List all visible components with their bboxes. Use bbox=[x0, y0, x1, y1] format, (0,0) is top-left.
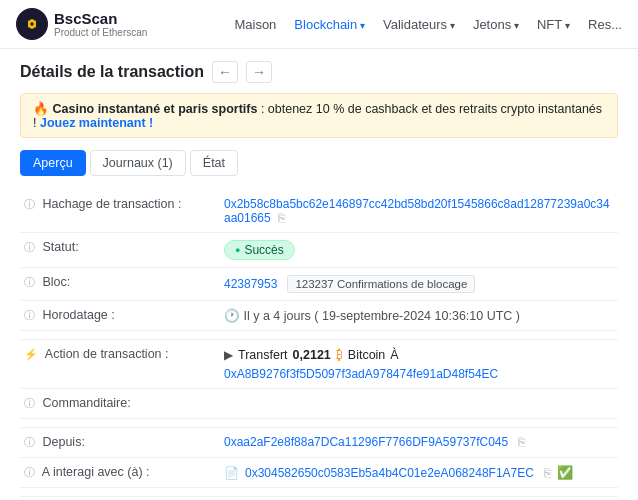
status-label: Statut: bbox=[42, 240, 78, 254]
from-row: 0xaa2aF2e8f88a7DCa11296F7766DF9A59737fC0… bbox=[224, 435, 614, 449]
copy-icon-interacted[interactable]: ⎘ bbox=[544, 466, 551, 480]
page-content: Détails de la transaction ← → 🔥 Casino i… bbox=[0, 49, 638, 500]
tx-hash-label: Hachage de transaction : bbox=[42, 197, 181, 211]
main-nav: Maison Blockchain Validateurs Jetons NFT… bbox=[234, 17, 622, 32]
logo-sub: Product of Etherscan bbox=[54, 27, 147, 38]
file-icon: 📄 bbox=[224, 466, 239, 480]
action-label: Action de transaction : bbox=[45, 347, 169, 361]
help-icon-cmd: ⓘ bbox=[24, 397, 35, 409]
nav-blockchain[interactable]: Blockchain bbox=[294, 17, 365, 32]
row-from: ⓘ Depuis: 0xaa2aF2e8f88a7DCa11296F7766DF… bbox=[20, 428, 618, 458]
help-icon-status: ⓘ bbox=[24, 241, 35, 253]
block-row: 42387953 123237 Confirmations de blocage bbox=[224, 275, 614, 293]
action-coin: Bitcoin bbox=[348, 348, 386, 362]
logo: BscScan Product of Etherscan bbox=[16, 8, 147, 40]
page-title: Détails de la transaction bbox=[20, 63, 204, 81]
row-block: ⓘ Bloc: 42387953 123237 Confirmations de… bbox=[20, 268, 618, 301]
row-action: ⚡ Action de transaction : ▶ Transfert 0,… bbox=[20, 340, 618, 389]
help-icon-interacted: ⓘ bbox=[24, 466, 35, 478]
sponsor-field-label: Commanditaire: bbox=[42, 396, 130, 410]
row-interacted: ⓘ A interagi avec (à) : 📄 0x304582650c05… bbox=[20, 458, 618, 488]
next-arrow[interactable]: → bbox=[246, 61, 272, 83]
help-icon-ts: ⓘ bbox=[24, 309, 35, 321]
action-to: À bbox=[390, 348, 398, 362]
nav-jetons[interactable]: Jetons bbox=[473, 17, 519, 32]
nav-res[interactable]: Res... bbox=[588, 17, 622, 32]
header: BscScan Product of Etherscan Maison Bloc… bbox=[0, 0, 638, 49]
nav-nft[interactable]: NFT bbox=[537, 17, 570, 32]
help-icon-block: ⓘ bbox=[24, 276, 35, 288]
block-label: Bloc: bbox=[42, 275, 70, 289]
action-text: Transfert bbox=[238, 348, 288, 362]
from-label: Depuis: bbox=[42, 435, 84, 449]
tab-etat[interactable]: État bbox=[190, 150, 238, 176]
tab-apercu[interactable]: Aperçu bbox=[20, 150, 86, 176]
copy-icon-hash[interactable]: ⎘ bbox=[278, 211, 285, 225]
logo-icon bbox=[16, 8, 48, 40]
btc-icon: ₿ bbox=[336, 347, 343, 362]
timestamp-label: Horodatage : bbox=[42, 308, 114, 322]
tab-journaux[interactable]: Journaux (1) bbox=[90, 150, 186, 176]
timestamp-value: Il y a 4 jours ( 19-septembre-2024 10:36… bbox=[243, 309, 520, 323]
tabs-row: Aperçu Journaux (1) État bbox=[20, 150, 618, 176]
interacted-row: 📄 0x304582650c0583Eb5a4b4C01e2eA068248F1… bbox=[224, 465, 614, 480]
interacted-address[interactable]: 0x304582650c0583Eb5a4b4C01e2eA068248F1A7… bbox=[245, 466, 534, 480]
sponsor-link[interactable]: Jouez maintenant ! bbox=[40, 116, 153, 130]
page-title-row: Détails de la transaction ← → bbox=[20, 61, 618, 83]
help-icon-action: ⚡ bbox=[24, 348, 38, 360]
from-address[interactable]: 0xaa2aF2e8f88a7DCa11296F7766DF9A59737fC0… bbox=[224, 435, 508, 449]
row-tokens: ⓘ Jetons BEP-20 transférés : Tous les tr… bbox=[20, 497, 618, 501]
sponsor-bar: 🔥 Casino instantané et paris sportifs : … bbox=[20, 93, 618, 138]
row-status: ⓘ Statut: Succès bbox=[20, 233, 618, 268]
details-table: ⓘ Hachage de transaction : 0x2b58c8ba5bc… bbox=[20, 190, 618, 500]
prev-arrow[interactable]: ← bbox=[212, 61, 238, 83]
nav-validateurs[interactable]: Validateurs bbox=[383, 17, 455, 32]
interacted-label: A interagi avec (à) : bbox=[42, 465, 150, 479]
verified-check: ✅ bbox=[557, 465, 573, 480]
help-icon-hash: ⓘ bbox=[24, 198, 35, 210]
action-amount: 0,2121 bbox=[293, 348, 331, 362]
block-value[interactable]: 42387953 bbox=[224, 277, 277, 291]
transfer-row: ▶ Transfert 0,2121 ₿ Bitcoin À 0xA8B9276… bbox=[224, 347, 614, 381]
sponsor-emoji: 🔥 bbox=[33, 102, 49, 116]
row-timestamp: ⓘ Horodatage : 🕐 Il y a 4 jours ( 19-sep… bbox=[20, 301, 618, 331]
row-tx-hash: ⓘ Hachage de transaction : 0x2b58c8ba5bc… bbox=[20, 190, 618, 233]
timestamp-clock: 🕐 bbox=[224, 309, 243, 323]
sponsor-name: Casino instantané et paris sportifs bbox=[52, 102, 257, 116]
action-address[interactable]: 0xA8B9276f3f5D5097f3adA978474fe91aD48f54… bbox=[224, 367, 498, 381]
nav-maison[interactable]: Maison bbox=[234, 17, 276, 32]
row-sponsor-field: ⓘ Commanditaire: bbox=[20, 389, 618, 419]
help-icon-from: ⓘ bbox=[24, 436, 35, 448]
logo-text: BscScan bbox=[54, 10, 117, 27]
copy-icon-from[interactable]: ⎘ bbox=[518, 435, 525, 449]
action-arrow: ▶ bbox=[224, 348, 233, 362]
status-badge: Succès bbox=[224, 240, 295, 260]
confirmations-badge: 123237 Confirmations de blocage bbox=[287, 275, 475, 293]
